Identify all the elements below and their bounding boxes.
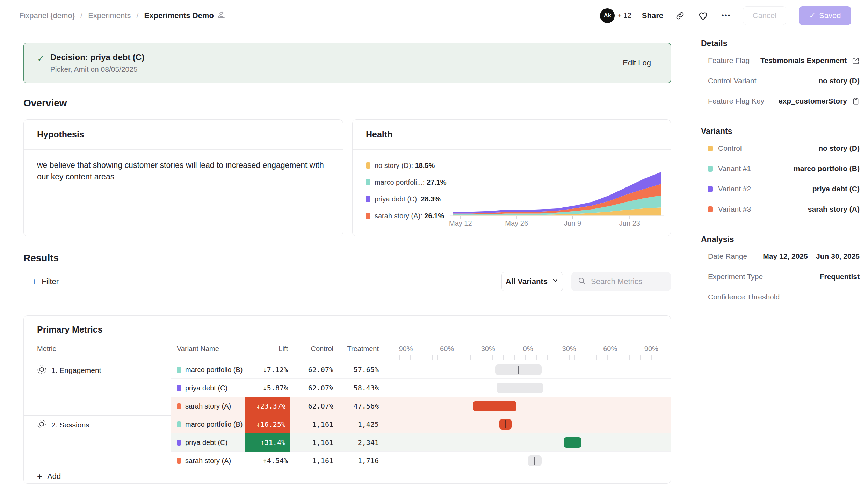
check-icon: ✓ [809,11,816,20]
edit-log-button[interactable]: Edit Log [623,58,651,68]
legend-value: 26.1% [424,212,444,220]
add-label: Add [47,472,61,481]
variant-color-dot [177,440,181,446]
table-row: sarah story (A)↑4.54%1,1611,716 [24,452,671,470]
legend-label: priya debt (C): 28.3% [375,195,441,203]
sidebar-row: Variant #1marco portfolio (B) [701,158,860,179]
variant-label: marco portfolio (B) [185,420,243,428]
add-metric-button[interactable]: + Add [24,469,671,483]
variant-color-dot [177,367,181,373]
sidebar-row-label: Feature Flag Key [708,97,764,105]
table-row: priya debt (C)↓5.87%62.07%58.43% [24,379,671,397]
svg-text:May 12: May 12 [449,219,472,227]
page-title: Experiments Demo [144,11,214,20]
variant-color-dot [708,186,713,192]
axis-tick-label: -60% [437,345,454,353]
variant-color-dot [177,421,181,427]
add-filter-button[interactable]: + Filter [31,277,59,286]
results-toolbar: + Filter All Variants Search Metrics [23,272,671,291]
sidebar-row: Feature Flag Keyexp_customerStory [701,91,860,111]
sidebar-row: Confidence Threshold [701,287,860,307]
variants-dropdown-value: All Variants [506,277,548,286]
sidebar-row-value: Frequentist [820,272,860,281]
legend-value: 18.5% [415,162,435,169]
more-options-icon[interactable]: ••• [720,9,732,22]
sidebar-row-label: Confidence Threshold [708,293,780,301]
legend-swatch [366,196,370,202]
metric-icon [37,419,46,431]
sidebar-row-label: Date Range [708,252,747,261]
zero-axis-line [528,360,528,470]
sidebar-row: Controlno story (D) [701,138,860,158]
details-heading: Details [701,39,860,48]
sidebar-row: Date RangeMay 12, 2025 – Jun 30, 2025 [701,246,860,267]
variants-heading: Variants [701,127,860,136]
metric-name[interactable]: 2. Sessions [37,419,89,431]
divider [24,342,671,342]
decision-title: Decision: priya debt (C) [50,52,623,62]
variant-name-cell: priya debt (C) [177,433,227,452]
breadcrumb-project[interactable]: Fixpanel {demo} [19,11,75,20]
legend-swatch [366,179,370,185]
check-icon: ✓ [37,53,45,64]
section-divider [23,299,671,299]
hypothesis-title: Hypothesis [24,120,343,150]
treatment-value: 58.43% [293,379,379,397]
health-legend: no story (D): 18.5%marco portfoli...: 27… [366,160,447,227]
confidence-interval-bar [528,455,542,466]
sidebar-row: Experiment TypeFrequentist [701,267,860,287]
variant-color-dot [177,385,181,391]
primary-metrics-title: Primary Metrics [37,325,103,335]
hypothesis-body: we believe that showing customer stories… [24,150,343,192]
confidence-interval-bar [564,437,581,448]
variants-dropdown[interactable]: All Variants [501,272,563,291]
health-chart: May 12May 26Jun 9Jun 23 [447,151,667,231]
share-button[interactable]: Share [642,11,663,20]
breadcrumb-separator: / [136,11,138,20]
legend-item: no story (D): 18.5% [366,160,447,171]
saved-label: Saved [819,11,841,20]
metric-icon [37,365,46,376]
collaborator-count[interactable]: + 12 [617,12,631,20]
external-link-icon[interactable] [852,57,860,65]
sidebar-row-label: Variant #1 [718,164,751,173]
axis-tick-label: 0% [523,345,533,353]
confidence-interval-bar [473,401,516,411]
legend-swatch [366,213,370,219]
breadcrumb-experiments[interactable]: Experiments [88,11,131,20]
breadcrumb-separator: / [80,11,82,20]
legend-value: 28.3% [421,195,441,203]
search-icon [578,277,586,286]
point-estimate-tick [520,384,520,392]
legend-swatch [366,162,370,169]
clipboard-icon[interactable] [852,97,860,105]
treatment-value: 1,716 [293,452,379,470]
primary-metrics-card: Primary Metrics Metric Variant Name Lift… [23,315,671,484]
sidebar-row-value: marco portfolio (B) [794,164,860,173]
metric-name[interactable]: 1. Engagement [37,365,101,376]
sidebar-row-label: Experiment Type [708,272,763,281]
legend-item: priya debt (C): 28.3% [366,194,447,204]
cancel-button[interactable]: Cancel [743,6,786,25]
plus-icon: + [37,472,42,481]
avatar[interactable]: Ak [600,8,615,23]
sidebar-row: Variant #3sarah story (A) [701,199,860,219]
treatment-value: 1,425 [293,415,379,433]
header-actions: Ak + 12 Share ••• Cancel ✓ Saved [600,6,851,25]
sidebar-row: Variant #2priya debt (C) [701,179,860,199]
favorite-heart-icon[interactable] [697,9,709,22]
collaborators[interactable]: Ak + 12 [600,8,631,23]
search-metrics-input[interactable]: Search Metrics [571,272,671,291]
copy-link-icon[interactable] [674,9,686,22]
decision-text: Decision: priya debt (C) Picker, Amit on… [50,52,623,73]
column-header-variant: Variant Name [177,345,219,353]
sidebar-row-value[interactable]: Testimonials Experiment [760,56,847,65]
results-heading: Results [23,253,694,264]
health-title: Health [353,120,671,150]
point-estimate-tick [571,439,571,446]
axis-tick-label: 30% [562,345,576,353]
variant-name-cell: marco portfolio (B) [177,415,243,433]
details-sidebar: Details Feature FlagTestimonials Experim… [694,32,868,489]
saved-button[interactable]: ✓ Saved [799,6,851,25]
sidebar-row: Feature FlagTestimonials Experiment [701,50,860,71]
